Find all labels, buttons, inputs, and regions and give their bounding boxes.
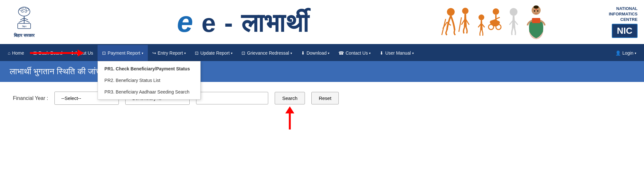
svg-point-0 [18,7,30,16]
svg-point-21 [478,14,484,20]
brand-title: e e - लाभार्थी [177,5,309,39]
nic-badge: NIC [612,24,638,38]
svg-point-28 [510,8,517,16]
dropdown-pr3[interactable]: PR3. Beneficiary Aadhaar Seeding Search [98,86,200,98]
nic-logo: NATIONAL INFORMATICS CENTRE NIC [560,6,638,38]
grievance-icon: ⊡ [242,50,245,56]
header-figures [438,4,560,40]
about-icon: ℹ [71,50,73,56]
figures-svg [438,4,560,40]
download-icon: ⬇ [301,50,305,56]
dropdown-pr2[interactable]: PR2. Beneficiary Status List [98,75,200,86]
download-dropdown-arrow: ▾ [328,51,329,55]
beneficiary-search-input[interactable] [196,92,268,104]
dashboard-icon: ⊞ [33,50,37,56]
nic-text: NATIONAL INFORMATICS CENTRE [609,6,638,22]
svg-text:बिहार: बिहार [22,25,27,28]
svg-point-12 [25,11,27,13]
svg-line-29 [509,21,513,25]
svg-point-24 [493,8,499,15]
header-brand: e e - लाभार्थी [48,5,438,39]
svg-point-13 [447,8,455,16]
navbar: ⌂ Home ⊞ Dash Board ℹ About Us ⊡ Payment… [0,45,644,61]
nav-update-report[interactable]: ⊡ Update Report ▾ [190,45,237,61]
payment-report-dropdown: PR1. Check Beneficiary/Payment Status PR… [98,61,201,100]
user-manual-dropdown-arrow: ▾ [412,51,414,55]
nav-grievance[interactable]: ⊡ Grievance Redressal ▾ [237,45,297,61]
nav-contact[interactable]: ☎ Contact Us ▾ [334,45,375,61]
bottom-spacer [0,114,644,140]
svg-point-25 [488,24,494,30]
navbar-right: 👤 Login ▾ [611,45,641,61]
entry-dropdown-arrow: ▾ [184,51,186,55]
bihar-label: बिहार सरकार [14,33,34,38]
entry-icon: ↪ [152,50,156,56]
bihar-emblem: बिहार [11,6,37,31]
contact-icon: ☎ [338,50,344,56]
svg-rect-34 [532,18,540,23]
search-button[interactable]: Search [275,92,305,104]
logo-left: बिहार बिहार सरकार [6,6,42,38]
login-dropdown-arrow: ▾ [635,51,636,55]
svg-line-4 [19,20,24,22]
dropdown-pr1[interactable]: PR1. Check Beneficiary/Payment Status [98,63,200,75]
svg-line-2 [20,18,24,20]
nav-entry-report[interactable]: ↪ Entry Report ▾ [148,45,191,61]
nav-download[interactable]: ⬇ Download ▾ [297,45,334,61]
svg-line-3 [24,18,28,20]
svg-point-9 [23,7,25,10]
grievance-dropdown-arrow: ▾ [290,51,292,55]
svg-point-10 [26,8,29,11]
user-manual-icon: ⬇ [380,50,384,56]
svg-point-17 [462,8,469,14]
svg-point-8 [20,8,22,11]
svg-line-16 [442,19,446,35]
nav-login[interactable]: 👤 Login ▾ [611,45,641,61]
svg-point-33 [534,5,539,9]
nav-payment-report[interactable]: ⊡ Payment Report ▾ PR1. Check Beneficiar… [98,45,147,61]
subheader-text: लाभार्थी भुगतान स्थिति की जांच करें [10,67,113,76]
search-area: Financial Year : --Select-- 2023-24 2022… [0,82,644,114]
financial-year-label: Financial Year : [13,95,48,101]
payment-dropdown-arrow: ▾ [142,51,143,55]
reset-button[interactable]: Reset [311,92,339,104]
svg-point-35 [534,10,535,12]
nav-about[interactable]: ℹ About Us [67,45,98,61]
update-icon: ⊡ [195,50,199,56]
svg-line-5 [24,20,30,22]
contact-dropdown-arrow: ▾ [369,51,371,55]
svg-point-11 [22,11,24,13]
nav-dashboard[interactable]: ⊞ Dash Board [29,45,67,61]
svg-point-37 [536,9,537,10]
subheader-banner: लाभार्थी भुगतान स्थिति की जांच करें [0,61,644,82]
header: बिहार बिहार सरकार e e - लाभार्थी [0,0,644,45]
nav-user-manual[interactable]: ⬇ User Manual ▾ [375,45,418,61]
home-icon: ⌂ [8,50,10,56]
user-icon: 👤 [615,50,621,56]
nav-home[interactable]: ⌂ Home [3,45,29,61]
update-dropdown-arrow: ▾ [231,51,232,55]
svg-line-20 [459,17,461,32]
payment-icon: ⊡ [102,50,106,56]
svg-line-30 [515,21,518,25]
svg-point-36 [537,10,538,12]
